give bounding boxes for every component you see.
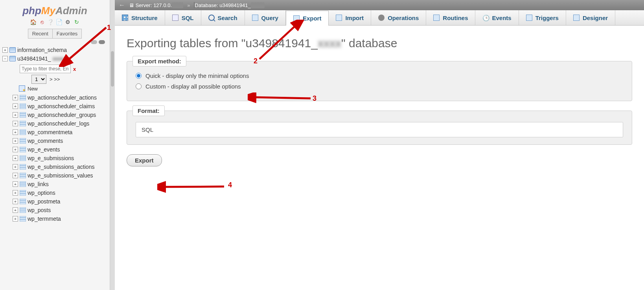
svg-rect-15 bbox=[20, 138, 26, 144]
format-select[interactable]: SQL bbox=[136, 122, 623, 137]
sidebar-iconbar: 🏠 ⎋ ❔ 📄 ⚙ ↻ bbox=[30, 18, 80, 26]
tab-export[interactable]: Export bbox=[286, 11, 329, 26]
expand-icon[interactable]: + bbox=[13, 155, 18, 161]
expand-icon[interactable]: + bbox=[2, 47, 8, 53]
table-icon bbox=[20, 181, 26, 187]
expand-icon[interactable]: + bbox=[13, 199, 18, 204]
sql-icon bbox=[172, 15, 178, 21]
reload-icon[interactable]: ↻ bbox=[73, 18, 80, 26]
tab-label: Designer bbox=[583, 15, 608, 21]
table-name: wp_termmeta bbox=[28, 216, 61, 222]
divider[interactable] bbox=[110, 0, 115, 290]
tab-events[interactable]: 🕒Events bbox=[475, 10, 519, 25]
logo[interactable]: phpMyAdmin bbox=[22, 5, 87, 17]
table-icon bbox=[20, 155, 26, 161]
tab-triggers[interactable]: Triggers bbox=[519, 10, 566, 25]
expand-icon[interactable]: + bbox=[13, 95, 18, 100]
expand-icon[interactable]: + bbox=[13, 173, 18, 178]
new-table-link[interactable]: New bbox=[0, 85, 110, 92]
svg-rect-42 bbox=[20, 216, 26, 222]
title-post: " database bbox=[341, 37, 397, 50]
tab-designer[interactable]: Designer bbox=[566, 10, 615, 25]
expand-icon[interactable]: + bbox=[13, 129, 18, 135]
table-row[interactable]: +wp_postmeta bbox=[0, 197, 110, 206]
table-row[interactable]: +wp_actionscheduler_claims bbox=[0, 102, 110, 111]
docs-icon[interactable]: 📄 bbox=[56, 18, 63, 26]
favorites-tab[interactable]: Favorites bbox=[52, 29, 82, 39]
table-row[interactable]: +wp_e_events bbox=[0, 145, 110, 154]
expand-icon[interactable]: + bbox=[13, 181, 18, 187]
tab-structure[interactable]: Structure bbox=[115, 10, 165, 25]
table-row[interactable]: +wp_actionscheduler_actions bbox=[0, 93, 110, 102]
database-label: Database: u349841941_ bbox=[195, 2, 250, 8]
table-row[interactable]: +wp_comments bbox=[0, 137, 110, 145]
server-crumb[interactable]: 🖥 Server: 127.0.0.xx bbox=[129, 2, 183, 8]
tab-operations[interactable]: Operations bbox=[371, 10, 426, 25]
scrollbar-thumb[interactable] bbox=[111, 51, 114, 87]
quick-option[interactable]: Quick - display only the minimal options bbox=[136, 72, 623, 79]
search-icon bbox=[208, 15, 215, 21]
page-more[interactable]: > >> bbox=[50, 76, 60, 82]
title-blur: xxxx bbox=[318, 37, 341, 50]
database-crumb[interactable]: Database: u349841941_xxx bbox=[194, 2, 265, 8]
title-pre: Exporting tables from "u349841941_ bbox=[127, 37, 318, 50]
collapse-toggle[interactable] bbox=[91, 40, 105, 44]
home-icon[interactable]: 🏠 bbox=[30, 18, 37, 26]
table-row[interactable]: +wp_actionscheduler_groups bbox=[0, 111, 110, 119]
db-label: information_schema bbox=[17, 47, 67, 53]
breadcrumb: ← 🖥 Server: 127.0.0.xx » Database: u3498… bbox=[115, 0, 644, 10]
table-row[interactable]: +wp_e_submissions bbox=[0, 154, 110, 163]
expand-icon[interactable]: + bbox=[13, 103, 18, 109]
table-row[interactable]: +wp_e_submissions_values bbox=[0, 171, 110, 180]
db-user[interactable]: − u349841941_xxxx bbox=[0, 54, 110, 63]
expand-icon[interactable]: + bbox=[13, 216, 18, 222]
tab-search[interactable]: Search bbox=[201, 10, 245, 25]
settings-icon[interactable]: ⚙ bbox=[64, 18, 72, 26]
table-row[interactable]: +wp_posts bbox=[0, 206, 110, 214]
tab-query[interactable]: Query bbox=[245, 10, 286, 25]
expand-icon[interactable]: + bbox=[13, 190, 18, 196]
tab-import[interactable]: Import bbox=[329, 10, 371, 25]
table-row[interactable]: +wp_options bbox=[0, 188, 110, 197]
gear-icon bbox=[378, 15, 385, 21]
tab-label: SQL bbox=[182, 15, 194, 21]
expand-icon[interactable]: + bbox=[13, 112, 18, 118]
db-information-schema[interactable]: + information_schema bbox=[0, 46, 110, 54]
custom-radio[interactable] bbox=[136, 83, 142, 89]
table-icon bbox=[20, 95, 26, 100]
query-icon bbox=[252, 15, 258, 21]
recent-tab[interactable]: Recent bbox=[28, 29, 52, 39]
collapse-icon[interactable]: − bbox=[2, 56, 8, 61]
filter-row: x bbox=[0, 65, 110, 73]
table-row[interactable]: +wp_links bbox=[0, 180, 110, 188]
quick-radio[interactable] bbox=[136, 73, 142, 79]
filter-input[interactable] bbox=[20, 65, 71, 73]
expand-icon[interactable]: + bbox=[13, 164, 18, 170]
tab-sql[interactable]: SQL bbox=[165, 10, 201, 25]
back-icon[interactable]: ← bbox=[119, 2, 125, 9]
table-row[interactable]: +wp_e_submissions_actions bbox=[0, 163, 110, 171]
page-select[interactable]: 1 bbox=[31, 75, 46, 84]
table-icon bbox=[20, 121, 26, 126]
sidebar: phpMyAdmin 🏠 ⎋ ❔ 📄 ⚙ ↻ Recent Favorites … bbox=[0, 0, 110, 290]
export-button[interactable]: Export bbox=[127, 154, 162, 166]
table-row[interactable]: +wp_commentmeta bbox=[0, 128, 110, 137]
table-icon bbox=[20, 138, 26, 144]
exit-icon[interactable]: ⎋ bbox=[39, 18, 46, 26]
table-name: wp_e_submissions_values bbox=[28, 172, 93, 179]
expand-icon[interactable]: + bbox=[13, 138, 18, 144]
main: ← 🖥 Server: 127.0.0.xx » Database: u3498… bbox=[115, 0, 644, 290]
clear-filter-icon[interactable]: x bbox=[73, 66, 76, 72]
table-name: wp_e_submissions_actions bbox=[28, 164, 94, 170]
expand-icon[interactable]: + bbox=[13, 121, 18, 126]
table-row[interactable]: +wp_termmeta bbox=[0, 214, 110, 223]
expand-icon[interactable]: + bbox=[13, 147, 18, 152]
tab-routines[interactable]: Routines bbox=[426, 10, 475, 25]
custom-option[interactable]: Custom - display all possible options bbox=[136, 83, 623, 90]
expand-icon[interactable]: + bbox=[13, 207, 18, 213]
table-row[interactable]: +wp_actionscheduler_logs bbox=[0, 119, 110, 128]
table-name: wp_actionscheduler_actions bbox=[28, 94, 97, 101]
server-blur: xx bbox=[172, 2, 183, 8]
database-icon bbox=[9, 47, 16, 53]
help-icon[interactable]: ❔ bbox=[47, 18, 54, 26]
